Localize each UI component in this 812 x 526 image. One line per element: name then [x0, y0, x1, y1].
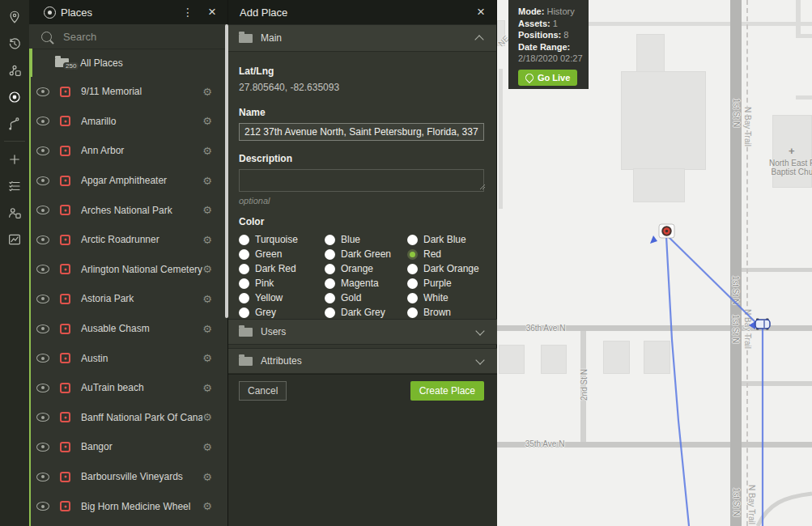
visibility-eye-icon[interactable]: [36, 87, 49, 96]
gear-icon[interactable]: ⚙: [202, 145, 212, 157]
gear-icon[interactable]: ⚙: [202, 471, 212, 483]
color-option[interactable]: Grey: [239, 305, 323, 320]
gear-icon[interactable]: ⚙: [202, 234, 212, 246]
name-input[interactable]: [239, 123, 484, 141]
add-place-close-icon[interactable]: ×: [474, 4, 496, 20]
color-option[interactable]: White: [407, 291, 496, 305]
cancel-button[interactable]: Cancel: [239, 381, 287, 401]
color-option[interactable]: Turquoise: [239, 232, 323, 247]
color-option[interactable]: Orange: [323, 261, 407, 276]
place-row[interactable]: Big Horn Medicine Wheel⚙: [31, 491, 227, 521]
color-option[interactable]: Dark Orange: [407, 261, 496, 276]
visibility-eye-icon[interactable]: [36, 206, 49, 214]
radio-icon[interactable]: [407, 264, 418, 274]
visibility-eye-icon[interactable]: [36, 354, 49, 363]
radio-icon[interactable]: [407, 235, 418, 245]
color-option[interactable]: Yellow: [239, 291, 323, 305]
map-pin-icon[interactable]: [0, 3, 29, 30]
gear-icon[interactable]: ⚙: [202, 411, 212, 423]
search-input[interactable]: [62, 30, 186, 44]
places-close-icon[interactable]: ×: [205, 4, 227, 20]
description-textarea[interactable]: [239, 169, 484, 192]
visibility-eye-icon[interactable]: [36, 295, 49, 303]
color-option[interactable]: Green: [239, 247, 323, 261]
visibility-eye-icon[interactable]: [36, 146, 49, 155]
gear-icon[interactable]: ⚙: [202, 115, 212, 127]
color-option[interactable]: Dark Grey: [323, 305, 407, 320]
gear-icon[interactable]: ⚙: [202, 175, 212, 187]
color-option[interactable]: Blue: [323, 232, 407, 247]
color-option-selected[interactable]: Red: [407, 247, 496, 261]
radio-icon[interactable]: [239, 235, 249, 245]
gear-icon[interactable]: ⚙: [202, 382, 212, 394]
place-row[interactable]: 9/11 Memorial⚙: [31, 77, 227, 107]
place-row[interactable]: Bangor⚙: [31, 432, 227, 462]
color-option[interactable]: Magenta: [323, 276, 407, 291]
radio-icon[interactable]: [239, 308, 249, 318]
place-row[interactable]: Apgar Amphitheater⚙: [31, 166, 227, 196]
gear-icon[interactable]: ⚙: [202, 441, 212, 453]
radio-icon[interactable]: [239, 278, 249, 289]
tasks-icon[interactable]: [0, 172, 29, 199]
gear-icon[interactable]: ⚙: [202, 293, 212, 305]
gear-icon[interactable]: ⚙: [202, 204, 212, 216]
gear-icon[interactable]: ⚙: [202, 86, 212, 98]
radio-icon[interactable]: [239, 249, 249, 260]
places-scrollbar[interactable]: [225, 24, 228, 318]
color-option[interactable]: Dark Blue: [407, 232, 496, 247]
gear-icon[interactable]: ⚙: [202, 352, 212, 364]
color-option[interactable]: Pink: [239, 276, 323, 291]
place-row[interactable]: AuTrain beach⚙: [31, 373, 227, 403]
visibility-eye-icon[interactable]: [36, 235, 49, 244]
resources-icon[interactable]: [0, 57, 29, 83]
place-row[interactable]: Arlington National Cemetery⚙: [31, 255, 227, 285]
place-row[interactable]: Barboursville Vineyards⚙: [31, 462, 227, 492]
visibility-eye-icon[interactable]: [36, 265, 49, 274]
radio-icon[interactable]: [239, 264, 249, 274]
radio-icon[interactable]: [325, 278, 335, 289]
visibility-eye-icon[interactable]: [36, 384, 49, 392]
map-canvas[interactable]: 36th Ave N 35th Ave N 2nd St N 1st St N …: [497, 0, 812, 526]
place-row[interactable]: Astoria Park⚙: [31, 284, 227, 314]
kebab-menu-icon[interactable]: ⋮: [171, 6, 205, 19]
history-icon[interactable]: [0, 30, 29, 57]
radio-icon[interactable]: [325, 293, 335, 303]
place-row[interactable]: Ausable Chasm⚙: [31, 314, 227, 344]
users-section-header[interactable]: Users: [228, 319, 497, 345]
color-option[interactable]: Brown: [407, 305, 496, 320]
routes-icon[interactable]: [0, 110, 29, 137]
radio-icon[interactable]: [325, 264, 335, 274]
place-row[interactable]: Arctic Roadrunner⚙: [31, 225, 227, 255]
go-live-button[interactable]: Go Live: [518, 70, 577, 86]
create-place-button[interactable]: Create Place: [410, 381, 484, 401]
visibility-eye-icon[interactable]: [36, 502, 49, 511]
place-row[interactable]: Arches National Park⚙: [31, 195, 227, 225]
radio-selected-icon[interactable]: [407, 249, 418, 260]
radio-icon[interactable]: [407, 308, 418, 318]
radio-icon[interactable]: [325, 235, 335, 245]
all-places-row[interactable]: 250 All Places: [29, 49, 227, 77]
visibility-eye-icon[interactable]: [36, 473, 49, 481]
place-row[interactable]: Austin⚙: [31, 343, 227, 373]
visibility-eye-icon[interactable]: [36, 413, 49, 422]
radio-icon[interactable]: [407, 278, 418, 289]
color-option[interactable]: Dark Red: [239, 261, 323, 276]
color-option[interactable]: Gold: [323, 291, 407, 305]
gear-icon[interactable]: ⚙: [202, 263, 212, 275]
place-row[interactable]: Ann Arbor⚙: [31, 136, 227, 166]
gear-icon[interactable]: ⚙: [202, 323, 212, 335]
visibility-eye-icon[interactable]: [36, 443, 49, 452]
reports-icon[interactable]: [0, 226, 29, 252]
visibility-eye-icon[interactable]: [36, 176, 49, 185]
places-icon[interactable]: [0, 83, 29, 110]
radio-icon[interactable]: [407, 293, 418, 303]
color-option[interactable]: Purple: [407, 276, 496, 291]
radio-icon[interactable]: [325, 249, 335, 260]
place-row[interactable]: Amarillo⚙: [31, 107, 227, 137]
visibility-eye-icon[interactable]: [36, 325, 49, 333]
place-row[interactable]: Banff National Park Of Canada⚙: [31, 403, 227, 433]
attributes-section-header[interactable]: Attributes: [228, 348, 497, 374]
add-icon[interactable]: [0, 146, 29, 172]
visibility-eye-icon[interactable]: [36, 117, 49, 125]
radio-icon[interactable]: [239, 293, 249, 303]
